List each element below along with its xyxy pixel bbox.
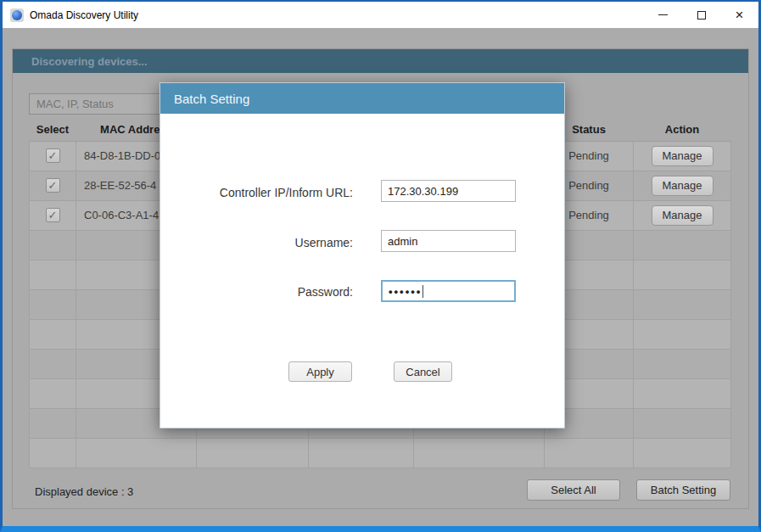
empty-cell	[30, 408, 76, 438]
minimize-button[interactable]	[644, 2, 682, 28]
cancel-button[interactable]: Cancel	[394, 361, 452, 382]
empty-cell	[634, 230, 731, 260]
controller-url-input[interactable]	[381, 180, 516, 202]
manage-button[interactable]: Manage	[652, 146, 713, 166]
empty-cell	[30, 319, 76, 349]
empty-cell	[30, 260, 76, 289]
row-checkbox[interactable]: ✓	[46, 178, 60, 193]
empty-cell	[414, 438, 545, 468]
check-icon: ✓	[48, 209, 58, 221]
empty-cell	[545, 438, 634, 468]
close-button[interactable]: ×	[720, 2, 758, 28]
empty-cell	[30, 349, 76, 378]
minimize-icon	[658, 14, 668, 15]
text-cursor	[422, 285, 423, 298]
window-titlebar[interactable]: Omada Discovery Utility ×	[3, 2, 758, 28]
batch-setting-button[interactable]: Batch Setting	[636, 479, 730, 501]
column-action: Action	[634, 118, 731, 141]
select-all-button[interactable]: Select All	[527, 479, 620, 501]
empty-cell	[634, 408, 731, 438]
empty-cell	[30, 378, 76, 408]
apply-button[interactable]: Apply	[288, 361, 352, 382]
close-icon: ×	[736, 7, 744, 24]
username-input[interactable]	[381, 230, 516, 252]
empty-cell	[634, 438, 731, 468]
empty-cell	[309, 438, 414, 468]
row-checkbox[interactable]: ✓	[46, 208, 60, 222]
empty-cell	[634, 349, 731, 378]
empty-table-row	[30, 438, 731, 468]
empty-cell	[634, 319, 731, 349]
check-icon: ✓	[48, 149, 58, 162]
app-window: Omada Discovery Utility × Discovering de…	[0, 0, 761, 532]
discover-status-bar: Discovering devices...	[13, 49, 748, 73]
empty-cell	[30, 230, 76, 260]
empty-cell	[634, 289, 731, 319]
password-input[interactable]: ••••••	[381, 280, 516, 302]
action-cell: Manage	[634, 200, 731, 230]
batch-setting-dialog: Batch Setting Controller IP/Inform URL: …	[159, 82, 565, 428]
column-select: Select	[30, 118, 76, 141]
window-title: Omada Discovery Utility	[30, 9, 138, 21]
action-cell: Manage	[634, 141, 731, 171]
action-cell: Manage	[634, 171, 731, 200]
row-checkbox[interactable]: ✓	[46, 148, 60, 163]
controller-url-label: Controller IP/Inform URL:	[160, 186, 353, 199]
check-icon: ✓	[48, 179, 58, 192]
empty-cell	[634, 378, 731, 408]
app-logo-icon	[10, 8, 24, 22]
maximize-button[interactable]	[682, 2, 720, 28]
empty-cell	[76, 438, 197, 468]
select-cell: ✓	[30, 141, 76, 171]
password-label: Password:	[160, 285, 353, 299]
select-cell: ✓	[30, 171, 76, 200]
dialog-titlebar[interactable]: Batch Setting	[160, 83, 564, 114]
empty-cell	[30, 289, 76, 319]
manage-button[interactable]: Manage	[652, 176, 713, 196]
maximize-icon	[697, 11, 706, 20]
discover-status-text: Discovering devices...	[31, 55, 148, 68]
empty-cell	[30, 438, 76, 468]
window-controls: ×	[644, 2, 758, 28]
manage-button[interactable]: Manage	[652, 205, 713, 226]
displayed-device-count: Displayed device : 3	[35, 485, 133, 498]
password-masked-value: ••••••	[389, 285, 422, 298]
username-label: Username:	[160, 236, 353, 249]
empty-cell	[634, 260, 731, 289]
empty-cell	[197, 438, 309, 468]
select-cell: ✓	[30, 200, 76, 230]
dialog-title: Batch Setting	[174, 92, 249, 106]
